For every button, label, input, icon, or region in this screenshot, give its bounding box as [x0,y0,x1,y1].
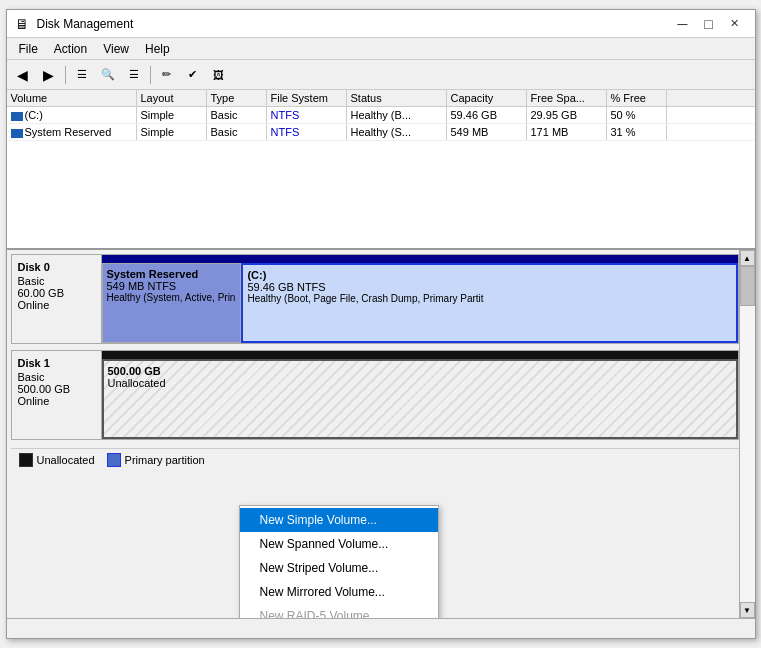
legend-swatch-unalloc [19,453,33,467]
scroll-down-button[interactable]: ▼ [740,602,755,618]
menu-action[interactable]: Action [46,40,95,58]
col-header-capacity[interactable]: Capacity [447,90,527,106]
table-header: Volume Layout Type File System Status Ca… [7,90,755,107]
cell-status-1: Healthy (S... [347,124,447,140]
scroll-track[interactable] [740,266,755,602]
disk-1-size: 500.00 GB [18,383,71,395]
menu-bar: File Action View Help [7,38,755,60]
context-menu-item-new-spanned[interactable]: New Spanned Volume... [240,532,438,556]
legend-label-unalloc: Unallocated [37,454,95,466]
disk-0-sections: System Reserved 549 MB NTFS Healthy (Sys… [102,263,738,343]
part-0-status: Healthy (System, Active, Prin [107,292,237,303]
minimize-button[interactable]: ─ [671,14,695,34]
disk-0-partitions: System Reserved 549 MB NTFS Healthy (Sys… [102,255,738,343]
cell-capacity-1: 549 MB [447,124,527,140]
cell-layout-0: Simple [137,107,207,123]
vertical-scrollbar[interactable]: ▲ ▼ [739,250,755,618]
part-c-size: 59.46 GB NTFS [247,281,731,293]
toolbar-sep-1 [65,66,66,84]
disk-1-name: Disk 1 [18,357,95,369]
cell-status-0: Healthy (B... [347,107,447,123]
disk-0-topbar [102,255,738,263]
cell-free-0: 29.95 GB [527,107,607,123]
toolbar: ◀ ▶ ☰ 🔍 ☰ ✏ ✔ 🖼 [7,60,755,90]
disk-1-partitions: 500.00 GB Unallocated [102,351,738,439]
scroll-up-button[interactable]: ▲ [740,250,755,266]
disk-1-state: Online [18,395,50,407]
disk-0-name: Disk 0 [18,261,95,273]
cell-capacity-0: 59.46 GB [447,107,527,123]
table-row[interactable]: (C:) Simple Basic NTFS Healthy (B... 59.… [7,107,755,124]
part-0-name: System Reserved [107,268,237,280]
disk-1-label: Disk 1 Basic 500.00 GB Online [12,351,102,439]
cell-type-0: Basic [207,107,267,123]
window-title: Disk Management [37,17,671,31]
toolbar-sep-2 [150,66,151,84]
cell-pct-0: 50 % [607,107,667,123]
part-c-name: (C:) [247,269,731,281]
window-controls: ─ □ ✕ [671,14,747,34]
cell-type-1: Basic [207,124,267,140]
col-header-layout[interactable]: Layout [137,90,207,106]
app-icon: 🖥 [15,16,31,32]
title-bar: 🖥 Disk Management ─ □ ✕ [7,10,755,38]
disk-1-type: Basic [18,371,45,383]
context-menu: New Simple Volume... New Spanned Volume.… [239,505,439,618]
cell-volume-1: System Reserved [7,124,137,140]
col-header-pct[interactable]: % Free [607,90,667,106]
cell-fs-0: NTFS [267,107,347,123]
disk-0-part-c[interactable]: (C:) 59.46 GB NTFS Healthy (Boot, Page F… [241,263,737,343]
legend-primary: Primary partition [107,453,205,467]
cell-free-1: 171 MB [527,124,607,140]
toolbar-edit[interactable]: ✏ [155,64,179,86]
col-header-volume[interactable]: Volume [7,90,137,106]
toolbar-menu[interactable]: ☰ [122,64,146,86]
cell-volume-0: (C:) [7,107,137,123]
maximize-button[interactable]: □ [697,14,721,34]
disk-row-0: Disk 0 Basic 60.00 GB Online System Rese… [11,254,739,344]
part-0-size: 549 MB NTFS [107,280,237,292]
col-header-fs[interactable]: File System [267,90,347,106]
context-menu-item-new-raid5: New RAID-5 Volume... [240,604,438,618]
cell-fs-1: NTFS [267,124,347,140]
close-button[interactable]: ✕ [723,14,747,34]
disk-0-state: Online [18,299,50,311]
menu-view[interactable]: View [95,40,137,58]
disk-0-label: Disk 0 Basic 60.00 GB Online [12,255,102,343]
cell-layout-1: Simple [137,124,207,140]
col-header-status[interactable]: Status [347,90,447,106]
toolbar-list[interactable]: ☰ [70,64,94,86]
part-c-status: Healthy (Boot, Page File, Crash Dump, Pr… [247,293,731,304]
legend-swatch-primary [107,453,121,467]
toolbar-forward[interactable]: ▶ [37,64,61,86]
toolbar-search[interactable]: 🔍 [96,64,120,86]
toolbar-check[interactable]: ✔ [181,64,205,86]
col-header-free[interactable]: Free Spa... [527,90,607,106]
context-menu-item-new-simple[interactable]: New Simple Volume... [240,508,438,532]
disk-row-1: Disk 1 Basic 500.00 GB Online 500.00 GB … [11,350,739,440]
unalloc-size: 500.00 GB [108,365,732,377]
col-header-type[interactable]: Type [207,90,267,106]
toolbar-back[interactable]: ◀ [11,64,35,86]
menu-file[interactable]: File [11,40,46,58]
table-row[interactable]: System Reserved Simple Basic NTFS Health… [7,124,755,141]
volume-table: Volume Layout Type File System Status Ca… [7,90,755,250]
disk-0-part-sysreserved[interactable]: System Reserved 549 MB NTFS Healthy (Sys… [102,263,242,343]
legend-unalloc: Unallocated [19,453,95,467]
disk-1-sections: 500.00 GB Unallocated [102,359,738,439]
unalloc-label: Unallocated [108,377,732,389]
content-area: Volume Layout Type File System Status Ca… [7,90,755,638]
cell-pct-1: 31 % [607,124,667,140]
disk-1-unalloc[interactable]: 500.00 GB Unallocated [102,359,738,439]
context-menu-item-new-striped[interactable]: New Striped Volume... [240,556,438,580]
legend-bar: Unallocated Primary partition [11,448,739,471]
main-window: 🖥 Disk Management ─ □ ✕ File Action View… [6,9,756,639]
toolbar-image[interactable]: 🖼 [207,64,231,86]
scroll-thumb[interactable] [740,266,755,306]
context-menu-item-new-mirrored[interactable]: New Mirrored Volume... [240,580,438,604]
disk-area-wrapper: Disk 0 Basic 60.00 GB Online System Rese… [7,250,755,618]
disk-0-size: 60.00 GB [18,287,64,299]
legend-label-primary: Primary partition [125,454,205,466]
menu-help[interactable]: Help [137,40,178,58]
status-bar [7,618,755,638]
